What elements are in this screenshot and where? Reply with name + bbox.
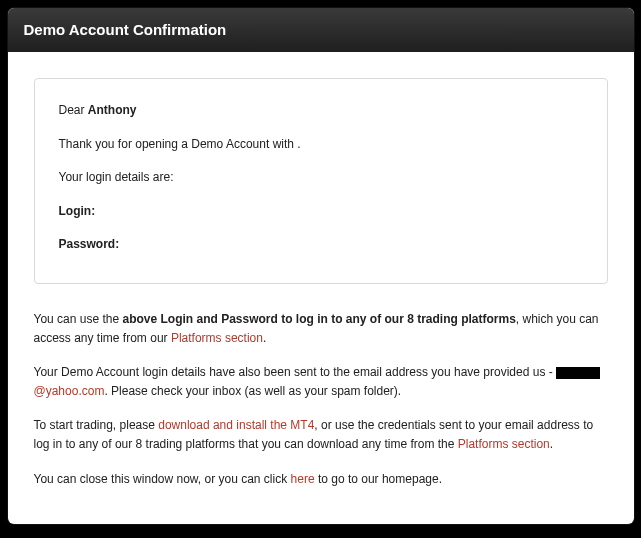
- greeting-prefix: Dear: [59, 103, 88, 117]
- email-address[interactable]: @yahoo.com: [34, 384, 105, 398]
- p4-b: to go to our homepage.: [315, 472, 442, 486]
- p3-c: .: [550, 437, 553, 451]
- paragraph-close: You can close this window now, or you ca…: [34, 470, 608, 489]
- download-mt4-link[interactable]: download and install the MT4: [158, 418, 314, 432]
- p1-c: .: [263, 331, 266, 345]
- thanks-suffix: .: [297, 137, 300, 151]
- p1-bold: above Login and Password to log in to an…: [122, 312, 515, 326]
- email-domain: @yahoo.com: [34, 384, 105, 398]
- panel-title: Demo Account Confirmation: [8, 8, 634, 52]
- thanks-line: Thank you for opening a Demo Account wit…: [59, 137, 583, 153]
- p1-a: You can use the: [34, 312, 123, 326]
- greeting-name: Anthony: [88, 103, 137, 117]
- modal-backdrop: Demo Account Confirmation Dear Anthony T…: [0, 0, 641, 538]
- greeting-line: Dear Anthony: [59, 103, 583, 119]
- p3-a: To start trading, please: [34, 418, 159, 432]
- p4-a: You can close this window now, or you ca…: [34, 472, 291, 486]
- paragraph-email: Your Demo Account login details have als…: [34, 363, 608, 400]
- panel-content: Dear Anthony Thank you for opening a Dem…: [8, 52, 634, 524]
- homepage-link[interactable]: here: [291, 472, 315, 486]
- password-label: Password:: [59, 237, 583, 253]
- paragraph-platforms: You can use the above Login and Password…: [34, 310, 608, 347]
- body-text: You can use the above Login and Password…: [34, 310, 608, 488]
- paragraph-download: To start trading, please download and in…: [34, 416, 608, 453]
- p2-b: . Please check your inbox (as well as yo…: [104, 384, 401, 398]
- confirmation-panel: Demo Account Confirmation Dear Anthony T…: [8, 8, 634, 524]
- platforms-section-link-2[interactable]: Platforms section: [458, 437, 550, 451]
- platforms-section-link[interactable]: Platforms section: [171, 331, 263, 345]
- redacted-email-user: [556, 367, 600, 379]
- credentials-box: Dear Anthony Thank you for opening a Dem…: [34, 78, 608, 284]
- login-label: Login:: [59, 204, 583, 220]
- details-intro: Your login details are:: [59, 170, 583, 186]
- p2-a: Your Demo Account login details have als…: [34, 365, 557, 379]
- thanks-prefix: Thank you for opening a Demo Account wit…: [59, 137, 298, 151]
